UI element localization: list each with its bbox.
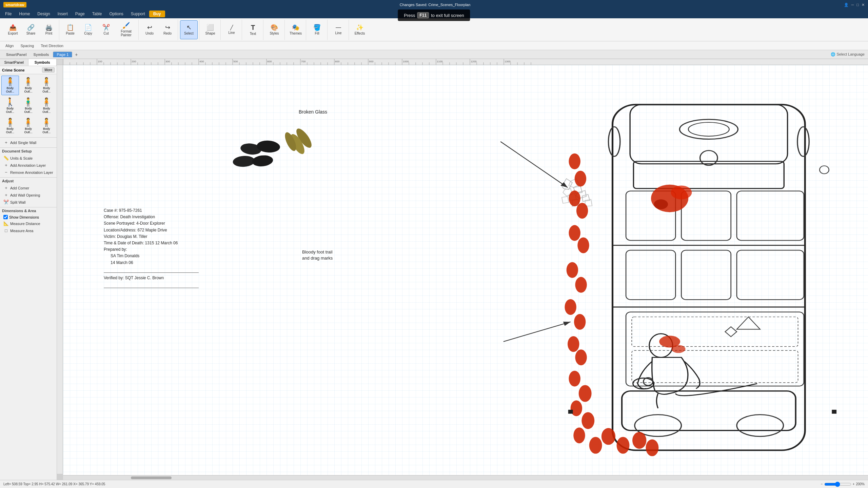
print-icon: 🖨️ xyxy=(45,24,53,30)
symbol-body5[interactable]: 🧍‍♂️ Body Outl... xyxy=(20,96,37,116)
victim-leg-right xyxy=(675,384,757,396)
export-button[interactable]: 📤 Export xyxy=(4,20,22,39)
menu-design[interactable]: Design xyxy=(34,11,53,17)
menu-table[interactable]: Table xyxy=(89,11,105,17)
add-wall-opening-button[interactable]: + Add Wall Opening xyxy=(2,191,55,199)
broken-glass-arrow xyxy=(500,142,568,188)
menu-file[interactable]: File xyxy=(2,11,15,17)
svg-text:1300: 1300 xyxy=(505,60,511,63)
svg-text:200: 200 xyxy=(132,60,136,63)
split-wall-button[interactable]: ✂️ Split Wall xyxy=(2,199,55,206)
location: Location/Address: 672 Maple Drive xyxy=(104,227,199,233)
show-dimensions-item[interactable]: Show Dimensions xyxy=(2,214,55,220)
select-button[interactable]: ↖ Select xyxy=(180,20,198,39)
selection-handle-tr xyxy=(832,410,836,414)
smartpanel-label[interactable]: SmartPanel xyxy=(3,52,29,57)
svg-point-114 xyxy=(646,440,659,456)
case-info-block: Case #: 975-85-7261 Offense: Death Inves… xyxy=(104,207,199,288)
add-page-button[interactable]: + xyxy=(74,52,79,57)
subtool-align[interactable]: Align xyxy=(3,43,16,49)
symbols-label[interactable]: Symbols xyxy=(31,52,52,57)
print-button[interactable]: 🖨️ Print xyxy=(40,20,58,39)
symbol-body9[interactable]: 🧍 Body Outl... xyxy=(38,116,55,136)
window-close[interactable]: ✕ xyxy=(862,3,865,7)
show-dimensions-checkbox[interactable] xyxy=(3,215,8,219)
subtoolbar: Align Spacing Text Direction xyxy=(0,41,868,50)
linestyle-button[interactable]: — Line xyxy=(330,20,347,39)
symbol-body1[interactable]: 🧍 Body Outl... xyxy=(1,76,19,95)
menu-support[interactable]: Support xyxy=(127,11,149,17)
add-single-wall-button[interactable]: + Add Single Wall xyxy=(2,139,55,146)
cut-label: Cut xyxy=(103,32,109,35)
undo-button[interactable]: ↩ Undo xyxy=(141,20,158,39)
line-icon: ╱ xyxy=(230,25,233,30)
add-opening-label: Add Wall Opening xyxy=(10,193,40,197)
menu-options[interactable]: Options xyxy=(106,11,126,17)
copy-button[interactable]: 📄 Copy xyxy=(79,20,97,39)
text-button[interactable]: T Text xyxy=(244,20,262,39)
scene-portrayed: Scene Portrayed: 4-Door Explorer xyxy=(104,220,199,227)
svg-text:800: 800 xyxy=(335,60,340,63)
redo-button[interactable]: ↪ Redo xyxy=(159,20,176,39)
symbol-body2[interactable]: 🧍 Body Outl... xyxy=(20,76,37,95)
select-icon: ↖ xyxy=(186,24,192,30)
horizontal-scrollbar[interactable] xyxy=(63,475,868,480)
menu-insert[interactable]: Insert xyxy=(54,11,71,17)
scrollbar-thumb[interactable] xyxy=(131,476,172,479)
zoom-in-button[interactable]: + xyxy=(853,482,855,486)
svg-point-97 xyxy=(569,225,580,241)
symbols-tab[interactable]: Symbols xyxy=(28,59,57,66)
format-painter-icon: 🖌️ xyxy=(122,22,130,28)
page-tab-1[interactable]: Page 1 xyxy=(53,52,72,57)
zoom-control[interactable]: − + 200% xyxy=(821,482,865,487)
paste-button[interactable]: 📋 Paste xyxy=(61,20,79,39)
measure-area-button[interactable]: □ Measure Area xyxy=(2,227,55,234)
window-minimize[interactable]: ─ xyxy=(851,3,854,7)
symbol-body4[interactable]: 🚶 Body Outl... xyxy=(1,96,19,116)
victim-torso xyxy=(652,358,688,394)
units-scale-button[interactable]: 📏 Units & Scale xyxy=(2,155,55,162)
undo-icon: ↩ xyxy=(147,24,152,30)
menu-home[interactable]: Home xyxy=(16,11,33,17)
buy-button[interactable]: Buy xyxy=(149,11,165,17)
add-wall-label: Add Single Wall xyxy=(10,141,36,145)
remove-annotation-layer-button[interactable]: − Remove Annotation Layer xyxy=(2,169,55,176)
menu-page[interactable]: Page xyxy=(72,11,88,17)
window-maximize[interactable]: □ xyxy=(856,3,859,7)
shape-button[interactable]: ⬜ Shape xyxy=(201,20,219,39)
subtool-textdir[interactable]: Text Direction xyxy=(38,43,66,49)
select-language-button[interactable]: 🌐 Select Language xyxy=(831,52,865,57)
drawing-canvas[interactable]: Broken Glass Bloody foot trailand drag m… xyxy=(63,65,868,480)
symbol-body7[interactable]: 🧍 Body Outl... xyxy=(1,116,19,136)
add-annotation-layer-button[interactable]: + Add Annotation Layer xyxy=(2,162,55,169)
smartpanel-tab[interactable]: SmartPanel xyxy=(0,59,28,66)
styles-button[interactable]: 🎨 Styles xyxy=(265,20,283,39)
symbol-body3[interactable]: 🧍 Body Outl... xyxy=(38,76,55,95)
themes-button[interactable]: 🎭 Themes xyxy=(287,20,304,39)
horizontal-ruler: 1002003004005006007008009001000110012001… xyxy=(63,59,868,65)
measure-distance-label: Measure Distance xyxy=(10,222,40,226)
subtool-spacing[interactable]: Spacing xyxy=(18,43,37,49)
effects-button[interactable]: ✨ Effects xyxy=(351,20,369,39)
symbol-body6[interactable]: 🧍 Body Outl... xyxy=(38,96,55,116)
add-corner-button[interactable]: + Add Corner xyxy=(2,184,55,191)
agent-name: SA Tim Donalds xyxy=(104,253,199,259)
toolbar-group-styles: 🎨 Styles xyxy=(264,20,285,40)
measure-distance-button[interactable]: 📐 Measure Distance xyxy=(2,220,55,227)
trunk-diamond xyxy=(725,327,737,337)
share-label: Share xyxy=(26,32,36,35)
symbol-tabs: SmartPanel Symbols xyxy=(0,59,57,66)
shape-icon: ⬜ xyxy=(206,24,214,30)
line-button[interactable]: ╱ Line xyxy=(223,20,240,39)
more-button[interactable]: More xyxy=(42,67,55,73)
format-painter-button[interactable]: 🖌️ Format Painter xyxy=(115,20,137,39)
date-prepared: 14 March 06 xyxy=(104,260,199,266)
zoom-out-button[interactable]: − xyxy=(821,482,823,486)
cut-button[interactable]: ✂️ Cut xyxy=(97,20,115,39)
toolbar-group-fill: 🪣 Fill xyxy=(307,20,328,40)
symbol-body8[interactable]: 🧍 Body Outl... xyxy=(20,116,37,136)
body6-label: Body Outl... xyxy=(39,107,54,114)
share-button[interactable]: 🔗 Share xyxy=(22,20,40,39)
zoom-slider[interactable] xyxy=(824,482,851,487)
fill-button[interactable]: 🪣 Fill xyxy=(308,20,326,39)
